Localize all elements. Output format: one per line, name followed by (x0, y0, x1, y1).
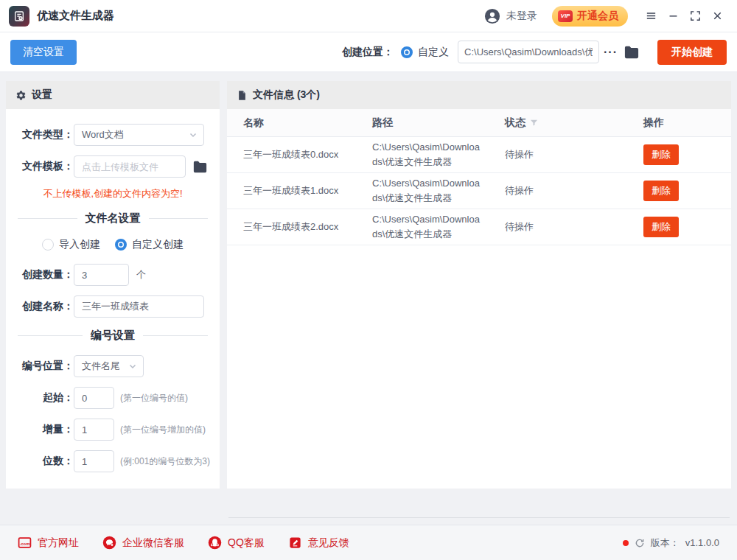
delete-button[interactable]: 删除 (643, 217, 679, 237)
divider (149, 218, 209, 219)
increment-hint: (第一位编号增加的值) (120, 424, 206, 436)
import-create-radio[interactable]: 导入创建 (42, 238, 100, 251)
template-warning-text: 不上传模板,创建的文件内容为空! (10, 187, 215, 200)
file-status: 待操作 (505, 148, 643, 161)
qq-icon (208, 536, 222, 550)
column-name: 名称 (243, 116, 372, 130)
template-row: 文件模板： (16, 155, 209, 178)
file-status: 待操作 (505, 220, 643, 234)
maximize-button[interactable] (684, 5, 706, 27)
column-status: 状态 (505, 116, 643, 130)
start-number-label: 起始： (16, 391, 74, 405)
official-website-label: 官方网址 (38, 536, 79, 550)
create-name-label: 创建名称： (16, 300, 74, 313)
version-area: 版本： v1.1.0.0 (623, 536, 719, 550)
qq-service-link[interactable]: QQ客服 (208, 536, 265, 550)
custom-create-label: 自定义创建 (132, 238, 184, 251)
browse-folder-button[interactable] (624, 45, 640, 60)
clear-settings-button[interactable]: 清空设置 (10, 40, 77, 65)
footer: .com 官方网址 企业微信客服 QQ客服 意见反馈 版本： v1.1.0.0 (0, 525, 737, 560)
website-dotcom-icon: .com (18, 536, 32, 550)
radio-unselected-icon (42, 239, 54, 251)
wechat-service-link[interactable]: 企业微信客服 (102, 536, 184, 550)
settings-form: 文件类型： Word文档 文件模板： 不上传模板,创建的文件内容为空! 文 (6, 109, 220, 472)
column-status-label: 状态 (505, 116, 525, 130)
table-header-row: 名称 路径 状态 操作 (227, 109, 731, 137)
digits-row: 位数： (例:001的编号位数为3) (16, 450, 209, 472)
official-website-link[interactable]: .com 官方网址 (18, 536, 79, 550)
count-unit-suffix: 个 (136, 268, 146, 281)
filename-section-label: 文件名设置 (85, 211, 141, 225)
number-position-value: 文件名尾 (82, 360, 120, 373)
update-dot-icon (623, 540, 629, 546)
qq-service-label: QQ客服 (228, 536, 265, 550)
main-area: 设置 文件类型： Word文档 文件模板： 不上传模板,创建的文件内容为 (0, 72, 737, 525)
digits-hint: (例:001的编号位数为3) (120, 455, 210, 468)
vip-upgrade-button[interactable]: VIP 开通会员 (552, 6, 628, 27)
file-info-title: 文件信息 (3个) (253, 88, 320, 102)
close-button[interactable] (706, 5, 728, 27)
create-name-row: 创建名称： (16, 295, 209, 318)
start-number-row: 起始： (第一位编号的值) (16, 387, 209, 409)
increment-label: 增量： (16, 423, 74, 436)
template-upload-input[interactable] (74, 155, 186, 178)
file-path: C:\Users\Qasim\Downloads\优速文件生成器 (372, 209, 481, 245)
wechat-service-label: 企业微信客服 (122, 536, 184, 550)
file-type-value: Word文档 (82, 128, 124, 141)
create-name-input[interactable] (74, 295, 204, 318)
table-row: 三年一班成绩表1.docx C:\Users\Qasim\Downloads\优… (227, 173, 731, 209)
create-count-row: 创建数量： 个 (16, 264, 209, 286)
start-create-button[interactable]: 开始创建 (657, 40, 727, 65)
digits-input[interactable] (74, 450, 114, 472)
user-account-button[interactable]: 未登录 (484, 8, 537, 24)
table-row: 三年一班成绩表0.docx C:\Users\Qasim\Downloads\优… (227, 137, 731, 173)
settings-panel-header: 设置 (6, 81, 220, 109)
menu-button[interactable] (640, 5, 662, 27)
create-mode-radios: 导入创建 自定义创建 (6, 238, 220, 251)
action-toolbar: 清空设置 创建位置： 自定义 ··· 开始创建 (0, 32, 737, 72)
delete-button[interactable]: 删除 (643, 181, 679, 201)
start-number-input[interactable] (74, 387, 114, 409)
file-path: C:\Users\Qasim\Downloads\优速文件生成器 (372, 137, 481, 172)
file-name: 三年一班成绩表1.docx (243, 184, 372, 197)
custom-create-radio[interactable]: 自定义创建 (115, 238, 184, 251)
import-create-label: 导入创建 (59, 238, 100, 251)
login-status: 未登录 (506, 10, 537, 23)
file-type-row: 文件类型： Word文档 (16, 124, 209, 146)
file-path: C:\Users\Qasim\Downloads\优速文件生成器 (372, 173, 481, 209)
gear-icon (15, 90, 27, 101)
create-location-label: 创建位置： (342, 46, 394, 59)
delete-button[interactable]: 删除 (643, 144, 679, 165)
file-type-label: 文件类型： (16, 128, 74, 141)
feedback-icon (288, 536, 302, 550)
filename-section-title: 文件名设置 (18, 211, 208, 225)
document-icon (237, 90, 248, 101)
file-name: 三年一班成绩表0.docx (243, 148, 372, 161)
filter-icon[interactable] (529, 118, 539, 127)
more-options-button[interactable]: ··· (604, 46, 618, 59)
version-label: 版本： (651, 536, 680, 550)
number-position-row: 编号位置： 文件名尾 (16, 355, 209, 377)
template-folder-button[interactable] (192, 160, 208, 174)
settings-panel: 设置 文件类型： Word文档 文件模板： 不上传模板,创建的文件内容为 (6, 81, 220, 489)
minimize-button[interactable] (662, 5, 684, 27)
version-value: v1.1.0.0 (685, 537, 719, 548)
numbering-section-label: 编号设置 (91, 329, 135, 343)
chevron-down-icon (189, 130, 198, 139)
wechat-service-icon (102, 536, 116, 550)
output-path-input[interactable] (458, 41, 599, 63)
number-position-select[interactable]: 文件名尾 (74, 355, 144, 377)
divider (143, 335, 208, 336)
create-count-input[interactable] (74, 264, 129, 286)
increment-input[interactable] (74, 419, 114, 441)
vip-icon: VIP (558, 10, 573, 22)
create-count-label: 创建数量： (16, 268, 74, 281)
refresh-icon[interactable] (635, 538, 645, 548)
feedback-link[interactable]: 意见反馈 (288, 536, 349, 550)
file-info-panel-header: 文件信息 (3个) (227, 81, 731, 109)
divider (228, 517, 730, 518)
titlebar: 优速文件生成器 未登录 VIP 开通会员 (0, 0, 737, 32)
file-type-select[interactable]: Word文档 (74, 124, 204, 146)
column-path: 路径 (372, 116, 505, 130)
location-custom-radio[interactable]: 自定义 (401, 46, 449, 59)
